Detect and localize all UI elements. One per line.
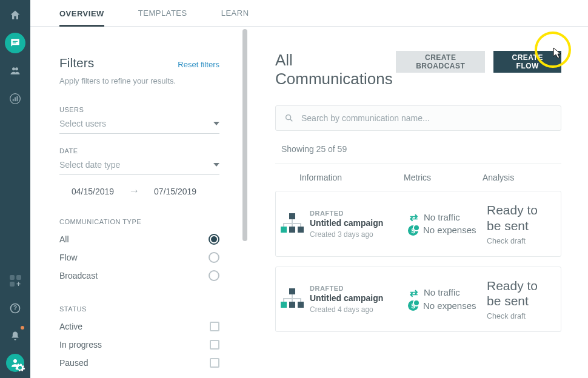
create-broadcast-button[interactable]: Create Broadcast xyxy=(396,51,485,73)
svg-rect-6 xyxy=(15,98,16,102)
svg-rect-7 xyxy=(17,96,18,101)
filters-subtitle: Apply filters to refine your results. xyxy=(59,76,219,85)
svg-point-3 xyxy=(15,67,18,70)
home-icon xyxy=(9,9,21,21)
date-type-value: Select date type xyxy=(59,160,120,170)
column-headers: Information Metrics Analysis xyxy=(275,164,561,191)
traffic-value: No traffic xyxy=(424,288,460,298)
campaign-title: Untitled campaign xyxy=(310,218,408,228)
analysis-sub: Check draft xyxy=(487,237,555,245)
flow-thumbnail-icon xyxy=(279,213,306,235)
nav-users[interactable] xyxy=(5,61,25,81)
chevron-down-icon xyxy=(213,122,219,125)
expenses-value: No expenses xyxy=(423,225,476,236)
chat-icon xyxy=(9,37,21,49)
communication-card[interactable]: DRAFTED Untitled campaign Created 4 days… xyxy=(275,267,561,332)
bell-icon xyxy=(9,330,21,342)
radio-label: Flow xyxy=(59,253,78,262)
checkbox-icon xyxy=(210,358,219,368)
status-label: Status xyxy=(59,305,219,313)
traffic-icon: ⇄ xyxy=(408,287,419,298)
top-tabs: Overview Templates Learn xyxy=(30,0,588,27)
svg-line-12 xyxy=(290,119,292,121)
nav-communications[interactable] xyxy=(5,33,25,53)
svg-rect-0 xyxy=(13,41,18,42)
svg-point-2 xyxy=(12,67,15,70)
apps-icon: + xyxy=(10,275,21,287)
chart-icon xyxy=(9,93,21,105)
date-to[interactable]: 07/15/2019 xyxy=(154,187,196,196)
nav-home[interactable] xyxy=(5,5,25,25)
analysis-title: Ready to be sent xyxy=(487,278,555,308)
tab-overview[interactable]: Overview xyxy=(59,1,104,27)
svg-point-11 xyxy=(286,115,291,120)
checkbox-icon xyxy=(210,340,219,350)
reset-filters-link[interactable]: Reset filters xyxy=(178,60,219,69)
status-badge: DRAFTED xyxy=(310,210,408,217)
filters-panel: Filters Reset filters Apply filters to r… xyxy=(30,27,249,378)
status-paused[interactable]: Paused xyxy=(59,354,219,372)
users-icon xyxy=(9,65,21,77)
traffic-icon: ⇄ xyxy=(408,212,419,223)
radio-icon xyxy=(209,270,219,281)
gear-icon xyxy=(15,362,25,373)
col-analysis: Analysis xyxy=(483,173,561,182)
date-from[interactable]: 04/15/2019 xyxy=(72,187,114,196)
page-title: All Communications xyxy=(275,51,396,88)
created-text: Created 3 days ago xyxy=(310,230,408,239)
status-active[interactable]: Active xyxy=(59,317,219,336)
nav-apps[interactable]: + xyxy=(5,270,25,291)
radio-label: All xyxy=(59,234,69,244)
search-icon xyxy=(284,113,294,123)
svg-rect-5 xyxy=(13,99,14,101)
users-section-label: Users xyxy=(59,106,219,113)
analysis-sub: Check draft xyxy=(487,312,555,320)
scrollbar-thumb[interactable] xyxy=(242,29,247,241)
check-label: In progress xyxy=(59,340,102,350)
filters-title: Filters xyxy=(59,56,94,70)
status-in-progress[interactable]: In progress xyxy=(59,336,219,354)
comm-type-flow[interactable]: Flow xyxy=(59,248,219,267)
comm-type-label: Communication Type xyxy=(59,218,219,225)
col-information: Information xyxy=(299,173,404,182)
search-field[interactable]: Search by communication name... xyxy=(275,105,561,131)
users-select[interactable]: Select users xyxy=(59,113,219,134)
flow-thumbnail-icon xyxy=(279,288,306,310)
content-panel: All Communications Create Broadcast Crea… xyxy=(249,27,588,378)
traffic-value: No traffic xyxy=(424,213,460,223)
comm-type-all[interactable]: All xyxy=(59,230,219,248)
search-placeholder: Search by communication name... xyxy=(301,113,552,123)
nav-notifications[interactable] xyxy=(5,326,25,346)
dollar-icon: $ xyxy=(408,300,418,311)
users-select-value: Select users xyxy=(59,119,106,128)
dollar-icon: $ xyxy=(408,225,418,236)
showing-count: Showing 25 of 59 xyxy=(275,144,561,154)
radio-icon xyxy=(209,252,219,263)
date-type-select[interactable]: Select date type xyxy=(59,154,219,175)
radio-label: Broadcast xyxy=(59,271,98,280)
svg-text:?: ? xyxy=(13,305,17,311)
comm-type-broadcast[interactable]: Broadcast xyxy=(59,267,219,285)
date-section-label: Date xyxy=(59,147,219,154)
nav-analytics[interactable] xyxy=(5,88,25,109)
communication-card[interactable]: DRAFTED Untitled campaign Created 3 days… xyxy=(275,191,561,256)
svg-rect-1 xyxy=(13,42,16,43)
tab-learn[interactable]: Learn xyxy=(221,0,249,26)
nav-help[interactable]: ? xyxy=(5,298,25,319)
arrow-right-icon: → xyxy=(129,185,139,197)
check-label: Paused xyxy=(59,358,88,368)
create-flow-button[interactable]: Create Flow xyxy=(493,51,561,73)
expenses-value: No expenses xyxy=(423,301,476,311)
analysis-title: Ready to be sent xyxy=(487,202,555,233)
checkbox-icon xyxy=(210,322,219,331)
left-nav: + ? xyxy=(0,0,30,378)
tab-templates[interactable]: Templates xyxy=(138,0,187,26)
help-icon: ? xyxy=(9,302,21,314)
notification-dot xyxy=(21,326,24,330)
status-badge: DRAFTED xyxy=(310,285,408,292)
campaign-title: Untitled campaign xyxy=(310,293,408,303)
radio-icon xyxy=(209,234,219,245)
chevron-down-icon xyxy=(213,163,219,167)
nav-profile[interactable] xyxy=(6,354,24,372)
created-text: Created 4 days ago xyxy=(310,305,408,314)
